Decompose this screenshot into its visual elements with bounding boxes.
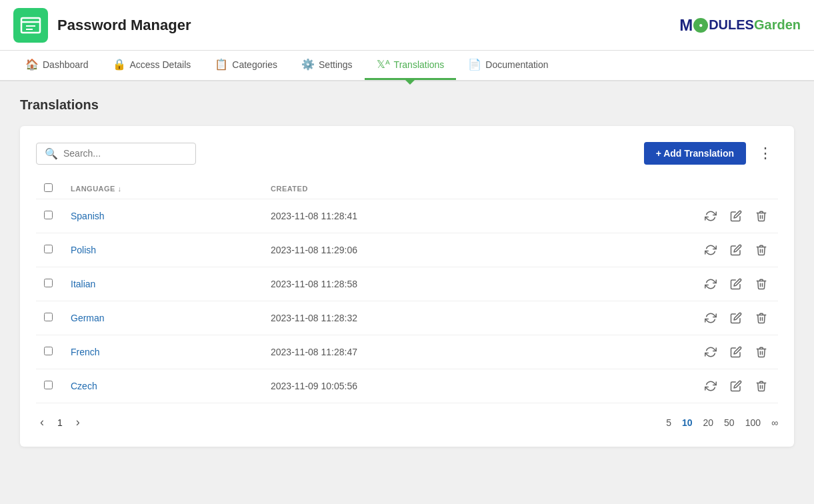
edit-button[interactable] xyxy=(727,345,745,359)
page-size-100[interactable]: 100 xyxy=(745,417,761,428)
row-checkbox[interactable] xyxy=(44,279,53,287)
edit-button[interactable] xyxy=(727,209,745,223)
app-icon xyxy=(13,8,48,43)
main-nav: 🏠 Dashboard 🔒 Access Details 📋 Categorie… xyxy=(0,51,814,81)
language-link[interactable]: Italian xyxy=(71,279,95,289)
page-size-50[interactable]: 50 xyxy=(724,417,735,428)
categories-icon: 📋 xyxy=(215,58,228,71)
nav-item-settings[interactable]: ⚙️ Settings xyxy=(289,51,365,80)
nav-item-categories[interactable]: 📋 Categories xyxy=(203,51,289,80)
row-checkbox[interactable] xyxy=(44,313,53,321)
refresh-button[interactable] xyxy=(702,209,719,223)
nav-item-translations[interactable]: 𝕏ᴬ Translations xyxy=(365,51,457,80)
delete-button[interactable] xyxy=(753,345,770,359)
nav-label-categories: Categories xyxy=(232,59,277,70)
row-actions xyxy=(437,209,770,223)
nav-item-access-details[interactable]: 🔒 Access Details xyxy=(101,51,203,80)
search-icon: 🔍 xyxy=(45,147,58,160)
nav-label-access-details: Access Details xyxy=(130,59,191,70)
language-link[interactable]: French xyxy=(71,347,100,357)
edit-button[interactable] xyxy=(727,311,745,325)
delete-button[interactable] xyxy=(753,209,770,223)
page-size-10[interactable]: 10 xyxy=(682,417,693,428)
refresh-button[interactable] xyxy=(702,277,719,291)
actions-cell xyxy=(429,233,778,267)
nav-item-documentation[interactable]: 📄 Documentation xyxy=(456,51,560,80)
language-cell: Czech xyxy=(63,369,263,403)
actions-cell xyxy=(429,369,778,403)
delete-button[interactable] xyxy=(753,379,770,393)
created-date-value: 2023-11-08 11:29:06 xyxy=(271,245,357,255)
row-checkbox[interactable] xyxy=(44,381,53,389)
language-link[interactable]: Czech xyxy=(71,381,97,391)
created-cell: 2023-11-08 11:29:06 xyxy=(263,233,429,267)
refresh-button[interactable] xyxy=(702,311,719,325)
refresh-button[interactable] xyxy=(702,243,719,257)
row-checkbox-cell[interactable] xyxy=(36,335,63,369)
row-checkbox-cell[interactable] xyxy=(36,199,63,233)
select-all-header[interactable] xyxy=(36,178,63,199)
toolbar: 🔍 + Add Translation ⋮ xyxy=(36,142,778,165)
table-row: Czech 2023-11-09 10:05:56 xyxy=(36,369,778,403)
translations-table: LANGUAGE ↓ CREATED Spanish 2023-11-08 11… xyxy=(36,178,778,403)
language-cell: Italian xyxy=(63,267,263,301)
toolbar-actions: + Add Translation ⋮ xyxy=(644,142,778,165)
table-row: French 2023-11-08 11:28:47 xyxy=(36,335,778,369)
delete-button[interactable] xyxy=(753,243,770,257)
translations-icon: 𝕏ᴬ xyxy=(377,58,390,71)
row-actions xyxy=(437,345,770,359)
next-page-button[interactable]: › xyxy=(72,414,84,431)
edit-button[interactable] xyxy=(727,379,745,393)
page-size-options: 5 10 20 50 100 ∞ xyxy=(666,417,778,428)
created-date-value: 2023-11-09 10:05:56 xyxy=(271,381,357,391)
edit-button[interactable] xyxy=(727,243,745,257)
nav-label-translations: Translations xyxy=(394,59,445,70)
row-checkbox-cell[interactable] xyxy=(36,267,63,301)
search-box[interactable]: 🔍 xyxy=(36,143,196,165)
created-date-value: 2023-11-08 11:28:41 xyxy=(271,211,357,221)
edit-button[interactable] xyxy=(727,277,745,291)
created-cell: 2023-11-08 11:28:41 xyxy=(263,199,429,233)
language-column-header[interactable]: LANGUAGE ↓ xyxy=(63,178,263,199)
language-cell: German xyxy=(63,301,263,335)
row-checkbox[interactable] xyxy=(44,347,53,355)
documentation-icon: 📄 xyxy=(468,58,481,71)
row-actions xyxy=(437,311,770,325)
language-link[interactable]: Polish xyxy=(71,245,96,255)
select-all-checkbox[interactable] xyxy=(44,183,53,192)
page-size-infinite[interactable]: ∞ xyxy=(771,417,778,428)
logo-circle-icon xyxy=(693,18,708,33)
created-date-value: 2023-11-08 11:28:32 xyxy=(271,313,357,323)
language-cell: French xyxy=(63,335,263,369)
language-link[interactable]: Spanish xyxy=(71,211,105,221)
lock-icon: 🔒 xyxy=(113,58,126,71)
table-header-row: LANGUAGE ↓ CREATED xyxy=(36,178,778,199)
refresh-button[interactable] xyxy=(702,345,719,359)
add-translation-button[interactable]: + Add Translation xyxy=(644,142,746,165)
home-icon: 🏠 xyxy=(25,58,39,71)
table-row: German 2023-11-08 11:28:32 xyxy=(36,301,778,335)
more-options-button[interactable]: ⋮ xyxy=(753,142,778,165)
refresh-button[interactable] xyxy=(702,379,719,393)
nav-label-dashboard: Dashboard xyxy=(43,59,89,70)
row-checkbox-cell[interactable] xyxy=(36,233,63,267)
row-checkbox[interactable] xyxy=(44,245,53,253)
current-page-number: 1 xyxy=(53,416,67,429)
delete-button[interactable] xyxy=(753,311,770,325)
page-size-5[interactable]: 5 xyxy=(666,417,671,428)
logo-m-letter: M xyxy=(679,16,693,35)
actions-cell xyxy=(429,335,778,369)
delete-button[interactable] xyxy=(753,277,770,291)
nav-label-documentation: Documentation xyxy=(485,59,548,70)
row-checkbox-cell[interactable] xyxy=(36,369,63,403)
row-checkbox-cell[interactable] xyxy=(36,301,63,335)
page-size-20[interactable]: 20 xyxy=(703,417,714,428)
language-link[interactable]: German xyxy=(71,313,105,323)
main-content: Translations 🔍 + Add Translation ⋮ LANGU… xyxy=(0,81,814,463)
nav-item-dashboard[interactable]: 🏠 Dashboard xyxy=(13,51,101,80)
row-actions xyxy=(437,379,770,393)
search-input[interactable] xyxy=(63,148,187,159)
prev-page-button[interactable]: ‹ xyxy=(36,414,48,431)
active-indicator xyxy=(405,79,415,85)
row-checkbox[interactable] xyxy=(44,211,53,219)
